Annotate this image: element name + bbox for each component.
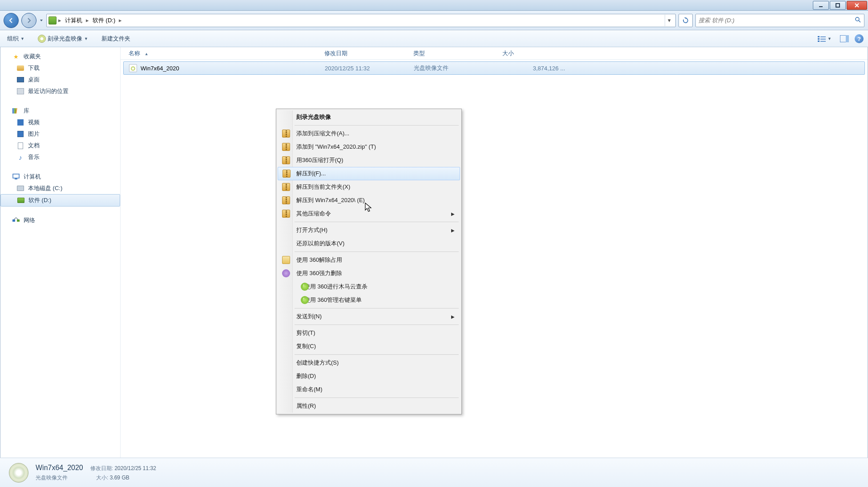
ctx-label: 其他压缩命令 [296,210,331,218]
history-dropdown-icon[interactable] [39,18,44,23]
toolbar: 组织 ▼ 刻录光盘映像 ▼ 新建文件夹 ▼ ? [0,30,868,47]
video-icon [17,119,24,126]
details-date-value: 2020/12/25 11:32 [114,465,156,471]
ctx-extract-here[interactable]: 解压到当前文件夹(X) [278,180,460,194]
sidebar-item-label: 文档 [28,142,40,150]
burn-image-button[interactable]: 刻录光盘映像 ▼ [35,33,91,45]
sidebar-item-documents[interactable]: 文档 [0,140,120,151]
sidebar-item-pictures[interactable]: 图片 [0,128,120,140]
window-titlebar [0,0,868,11]
ctx-cut[interactable]: 剪切(T) [278,326,460,340]
ctx-add-archive[interactable]: 添加到压缩文件(A)... [278,127,460,140]
chevron-down-icon: ▼ [84,37,88,41]
sidebar-item-label: 图片 [28,130,40,138]
svg-rect-4 [820,37,826,37]
ctx-properties[interactable]: 属性(R) [278,399,460,413]
ctx-360-scan[interactable]: 使用 360进行木马云查杀 [278,280,460,293]
ctx-360-delete[interactable]: 使用 360强力删除 [278,267,460,280]
ctx-label: 解压到(F)... [296,170,326,178]
ctx-extract-to[interactable]: 解压到(F)... [278,167,460,180]
library-icon [12,107,20,115]
sidebar-item-label: 本地磁盘 (C:) [28,184,62,192]
breadcrumb-sep: ▸ [86,17,89,24]
ctx-open-360[interactable]: 用360压缩打开(Q) [278,154,460,167]
ctx-label: 复制(C) [296,342,316,350]
svg-rect-14 [13,174,19,178]
360-folder-icon [282,256,290,264]
ctx-label: 剪切(T) [296,329,315,337]
ctx-sendto[interactable]: 发送到(N) ▶ [278,310,460,323]
network-group: 网络 [0,215,120,226]
file-row[interactable]: Win7x64_2020 2020/12/25 11:32 光盘映像文件 3,8… [123,61,865,75]
refresh-button[interactable] [678,14,693,27]
sidebar-item-videos[interactable]: 视频 [0,117,120,128]
sort-indicator-icon: ▲ [145,52,149,56]
computer-group: 计算机 本地磁盘 (C:) 软件 (D:) [0,171,120,207]
new-folder-button[interactable]: 新建文件夹 [99,33,133,45]
back-button[interactable] [4,13,19,28]
ctx-label: 添加到压缩文件(A)... [296,130,349,138]
network-header[interactable]: 网络 [0,215,120,226]
details-date-label: 修改日期: [90,465,113,471]
ctx-open-with[interactable]: 打开方式(H) ▶ [278,223,460,237]
ctx-shortcut[interactable]: 创建快捷方式(S) [278,356,460,369]
computer-icon [12,173,20,181]
sidebar-item-downloads[interactable]: 下载 [0,62,120,74]
computer-header[interactable]: 计算机 [0,171,120,183]
file-type: 光盘映像文件 [414,64,503,72]
column-date[interactable]: 修改日期 [324,49,413,57]
ctx-burn[interactable]: 刻录光盘映像 [278,110,460,124]
column-name[interactable]: 名称 ▲ [129,49,324,57]
sidebar-item-desktop[interactable]: 桌面 [0,74,120,85]
minimize-button[interactable] [813,1,829,10]
archive-icon [282,196,290,204]
ctx-rename[interactable]: 重命名(M) [278,383,460,396]
libraries-header[interactable]: 库 [0,105,120,117]
search-input[interactable] [698,17,854,24]
ctx-label: 创建快捷方式(S) [296,359,339,367]
svg-rect-10 [846,35,849,42]
chevron-down-icon: ▼ [828,37,832,41]
ctx-360-unlock[interactable]: 使用 360解除占用 [278,253,460,267]
ctx-label: 还原以前的版本(V) [296,239,344,248]
column-size[interactable]: 大小 [502,49,565,57]
picture-icon [17,131,24,137]
ctx-separator [295,325,459,325]
breadcrumb-computer[interactable]: 计算机 [63,16,84,25]
address-bar[interactable]: ▸ 计算机 ▸ 软件 (D:) ▸ ▾ [46,14,676,27]
forward-button[interactable] [21,13,36,28]
star-icon: ★ [12,53,20,61]
sidebar-item-recent[interactable]: 最近访问的位置 [0,85,120,97]
close-button[interactable] [847,1,867,10]
favorites-header[interactable]: ★ 收藏夹 [0,51,120,62]
ctx-add-zip[interactable]: 添加到 "Win7x64_2020.zip" (T) [278,140,460,154]
column-type[interactable]: 类型 [413,49,502,57]
ctx-restore[interactable]: 还原以前的版本(V) [278,237,460,250]
breadcrumb-drive[interactable]: 软件 (D:) [91,16,117,25]
svg-point-2 [856,17,859,21]
maximize-button[interactable] [830,1,846,10]
sidebar-item-drive-d[interactable]: 软件 (D:) [0,194,120,207]
libraries-group: 库 视频 图片 文档 ♪ 音乐 [0,105,120,163]
ctx-other-zip[interactable]: 其他压缩命令 ▶ [278,207,460,220]
search-box[interactable] [695,14,864,27]
sidebar-item-drive-c[interactable]: 本地磁盘 (C:) [0,183,120,194]
organize-button[interactable]: 组织 ▼ [4,33,27,45]
navigation-bar: ▸ 计算机 ▸ 软件 (D:) ▸ ▾ [0,11,868,30]
preview-pane-button[interactable] [839,33,850,45]
music-icon: ♪ [16,153,24,161]
ctx-delete[interactable]: 删除(D) [278,369,460,383]
help-button[interactable]: ? [855,34,864,43]
sidebar-item-music[interactable]: ♪ 音乐 [0,151,120,163]
file-list: 名称 ▲ 修改日期 类型 大小 Win7x64_2020 2020/12/25 … [121,47,868,458]
address-dropdown-icon[interactable]: ▾ [665,15,674,26]
svg-rect-11 [12,108,14,114]
sidebar-item-label: 软件 (D:) [28,196,51,204]
ctx-360-menu[interactable]: 使用 360管理右键菜单 [278,293,460,307]
ctx-extract-folder[interactable]: 解压到 Win7x64_2020\ (E) [278,194,460,207]
view-button[interactable]: ▼ [815,34,834,44]
svg-rect-7 [818,41,820,42]
ctx-label: 使用 360强力删除 [296,269,342,277]
ctx-copy[interactable]: 复制(C) [278,340,460,353]
svg-rect-0 [819,6,823,7]
